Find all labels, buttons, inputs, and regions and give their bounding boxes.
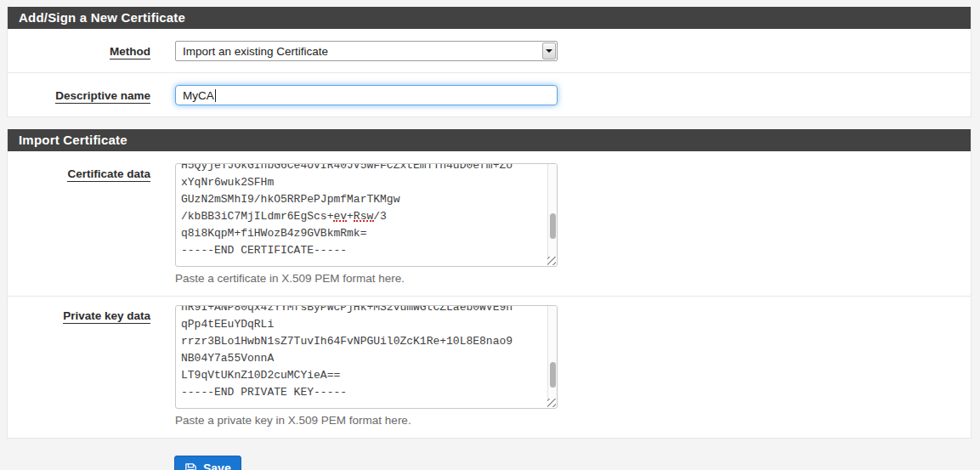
- private-key-data-text: hR9I+ANP80qx4zYYMfsByPWcPjHk+MS2vumWGtCZ…: [176, 305, 557, 401]
- scrollbar-thumb[interactable]: [550, 362, 556, 388]
- descriptive-name-value: MyCA: [183, 89, 214, 102]
- scrollbar-thumb[interactable]: [550, 213, 556, 239]
- save-button-label: Save: [203, 462, 231, 470]
- method-select[interactable]: Import an existing Certificate: [175, 41, 558, 61]
- method-row: Method Import an existing Certificate: [8, 29, 971, 72]
- save-button[interactable]: Save: [174, 456, 241, 470]
- resize-grip-icon[interactable]: [547, 257, 556, 265]
- spellcheck-underline: [333, 220, 347, 222]
- certificate-help-text: Paste a certificate in X.509 PEM format …: [175, 272, 558, 285]
- text-caret: [215, 89, 216, 102]
- form-actions: Save: [7, 450, 972, 470]
- private-key-data-row: Private key data hR9I+ANP80qx4zYYMfsByPW…: [8, 296, 971, 438]
- page: Add/Sign a New Certificate Method Import…: [0, 0, 980, 470]
- panel-add-sign-certificate: Add/Sign a New Certificate Method Import…: [7, 7, 972, 117]
- method-label: Method: [110, 45, 150, 59]
- descriptive-name-input[interactable]: MyCA: [175, 85, 558, 105]
- private-key-data-textarea[interactable]: hR9I+ANP80qx4zYYMfsByPWcPjHk+MS2vumWGtCZ…: [175, 305, 558, 409]
- private-key-data-label: Private key data: [63, 309, 150, 324]
- save-icon: [184, 462, 197, 470]
- certificate-data-text: H5QyjeTJOkGInbG6Ce4UvIR40JV5wFFCZxtEmTTh…: [176, 163, 557, 259]
- chevron-down-icon: [546, 49, 552, 53]
- panel-heading-add-sign: Add/Sign a New Certificate: [8, 7, 971, 29]
- method-select-value: Import an existing Certificate: [176, 45, 541, 58]
- spellcheck-underline: [354, 220, 374, 222]
- dropdown-arrow-button[interactable]: [542, 42, 556, 59]
- certificate-data-row: Certificate data H5QyjeTJOkGInbG6Ce4UvIR…: [8, 151, 971, 296]
- resize-grip-icon[interactable]: [547, 399, 556, 407]
- certificate-data-label: Certificate data: [67, 167, 150, 182]
- private-key-help-text: Paste a private key in X.509 PEM format …: [175, 414, 558, 427]
- descriptive-name-row: Descriptive name MyCA: [8, 72, 971, 116]
- certificate-data-textarea[interactable]: H5QyjeTJOkGInbG6Ce4UvIR40JV5wFFCZxtEmTTh…: [175, 163, 558, 267]
- panel-heading-import: Import Certificate: [8, 129, 971, 151]
- panel-import-certificate: Import Certificate Certificate data H5Qy…: [7, 129, 972, 439]
- descriptive-name-label: Descriptive name: [55, 89, 150, 104]
- textarea-scrollbar[interactable]: [547, 306, 557, 399]
- textarea-scrollbar[interactable]: [547, 164, 557, 257]
